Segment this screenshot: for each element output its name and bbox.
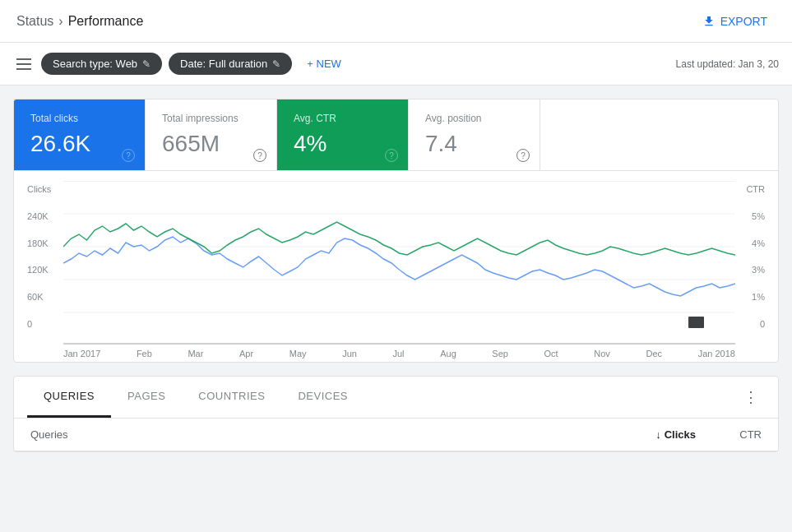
date-filter[interactable]: Date: Full duration ✎ xyxy=(169,53,292,75)
metric-total-clicks[interactable]: Total clicks 26.6K ? xyxy=(14,99,146,170)
last-updated: Last updated: Jan 3, 20 xyxy=(676,58,779,70)
metric-label: Avg. CTR xyxy=(294,113,391,124)
metric-total-impressions[interactable]: Total impressions 665M ? xyxy=(146,99,277,170)
metrics-row: Total clicks 26.6K ? Total impressions 6… xyxy=(14,99,778,171)
metric-spacer xyxy=(540,99,778,170)
page-title: Performance xyxy=(68,14,144,29)
edit-icon: ✎ xyxy=(272,58,280,70)
new-filter-button[interactable]: + NEW xyxy=(299,53,350,75)
search-type-label: Search type: Web xyxy=(53,58,137,70)
help-icon[interactable]: ? xyxy=(122,149,135,162)
metric-value: 7.4 xyxy=(425,131,523,157)
tab-queries[interactable]: QUERIES xyxy=(27,377,111,418)
col-header-queries: Queries xyxy=(30,428,655,441)
export-icon xyxy=(702,15,716,28)
breadcrumb-status: Status xyxy=(16,14,53,29)
chart-svg xyxy=(63,181,735,345)
metric-value: 665M xyxy=(162,131,260,157)
metric-label: Total clicks xyxy=(30,113,128,124)
menu-button[interactable] xyxy=(13,55,35,73)
header-actions: EXPORT xyxy=(694,10,776,33)
breadcrumb-separator: › xyxy=(58,14,63,29)
tabs-header: QUERIES PAGES COUNTRIES DEVICES ⋮ xyxy=(14,377,778,419)
page-header: Status › Performance EXPORT xyxy=(0,0,792,43)
search-type-filter[interactable]: Search type: Web ✎ xyxy=(41,53,162,75)
col-header-ctr: CTR xyxy=(696,428,762,441)
toolbar: Search type: Web ✎ Date: Full duration ✎… xyxy=(0,43,792,86)
metric-value: 26.6K xyxy=(30,131,128,157)
tabs-more-button[interactable]: ⋮ xyxy=(737,382,765,413)
col-header-clicks: ↓ Clicks xyxy=(655,428,696,441)
help-icon[interactable]: ? xyxy=(253,149,266,162)
metrics-card: Total clicks 26.6K ? Total impressions 6… xyxy=(13,99,779,363)
sort-arrow-icon: ↓ xyxy=(655,428,661,441)
metric-label: Avg. position xyxy=(425,113,523,124)
help-icon[interactable]: ? xyxy=(385,149,398,162)
tab-devices[interactable]: DEVICES xyxy=(281,377,364,418)
edit-icon: ✎ xyxy=(142,58,151,70)
metric-label: Total impressions xyxy=(162,113,260,124)
svg-rect-6 xyxy=(688,317,704,328)
clicks-label[interactable]: Clicks xyxy=(665,428,696,441)
breadcrumb: Status › Performance xyxy=(16,14,143,29)
export-label: EXPORT xyxy=(720,15,767,28)
tab-countries[interactable]: COUNTRIES xyxy=(182,377,281,418)
tab-pages[interactable]: PAGES xyxy=(111,377,182,418)
chart-svg-container xyxy=(63,181,735,345)
metric-avg-position[interactable]: Avg. position 7.4 ? xyxy=(409,99,540,170)
chart-area: Clicks 240K 180K 120K 60K 0 xyxy=(14,171,778,362)
table-header: Queries ↓ Clicks CTR xyxy=(14,419,778,451)
date-label: Date: Full duration xyxy=(180,58,267,70)
main-content: Total clicks 26.6K ? Total impressions 6… xyxy=(0,86,792,465)
x-axis-labels: Jan 2017 Feb Mar Apr May Jun Jul Aug Sep… xyxy=(63,345,735,359)
hamburger-icon xyxy=(16,58,31,70)
y-axis-left: Clicks 240K 180K 120K 60K 0 xyxy=(27,181,63,345)
tabs-card: QUERIES PAGES COUNTRIES DEVICES ⋮ Querie… xyxy=(13,376,779,452)
export-button[interactable]: EXPORT xyxy=(694,10,776,33)
y-axis-right: CTR 5% 4% 3% 1% 0 xyxy=(735,181,765,345)
help-icon[interactable]: ? xyxy=(516,149,530,162)
new-label: + NEW xyxy=(307,58,341,70)
metric-avg-ctr[interactable]: Avg. CTR 4% ? xyxy=(277,99,409,170)
metric-value: 4% xyxy=(294,131,391,157)
